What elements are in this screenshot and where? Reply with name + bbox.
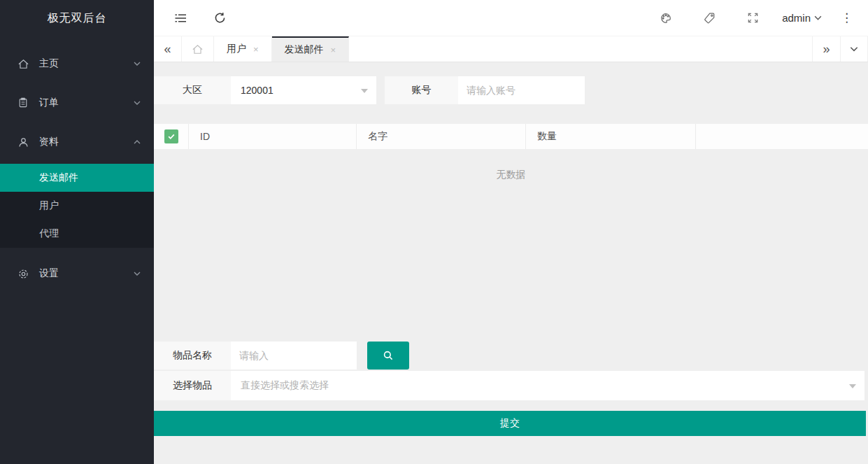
table-header-actions [696, 124, 868, 149]
item-name-label: 物品名称 [154, 342, 231, 370]
caret-down-icon [849, 384, 856, 388]
tab-label: 发送邮件 [285, 43, 324, 56]
account-input[interactable] [458, 76, 585, 104]
tabbar: « 用户 × 发送邮件 × » [154, 36, 868, 62]
home-icon [17, 57, 29, 70]
tab-users[interactable]: 用户 × [214, 36, 272, 62]
sidebar-item-users[interactable]: 用户 [0, 192, 154, 220]
sidebar-item-agents[interactable]: 代理 [0, 220, 154, 248]
item-name-input[interactable] [231, 342, 357, 370]
username: admin [782, 12, 811, 24]
caret-down-icon [361, 89, 368, 93]
tab-home[interactable] [182, 36, 214, 62]
table-header-quantity[interactable]: 数量 [526, 124, 696, 149]
sidebar-item-home[interactable]: 主页 [0, 48, 154, 80]
tabs-scroll-left-icon[interactable]: « [154, 36, 182, 62]
chevron-up-icon [133, 138, 141, 146]
sidebar-item-label: 资料 [39, 136, 133, 148]
table-empty-text: 无数据 [154, 169, 868, 181]
sidebar-item-label: 订单 [39, 97, 133, 109]
user-menu[interactable]: admin [782, 12, 823, 24]
check-icon [167, 132, 176, 141]
close-icon[interactable]: × [253, 44, 259, 55]
table-header-checkbox-cell [154, 124, 189, 149]
tab-send-mail[interactable]: 发送邮件 × [272, 36, 350, 62]
refresh-icon[interactable] [206, 4, 234, 32]
chevron-down-icon [133, 59, 141, 68]
chevron-down-icon [133, 269, 141, 278]
table-header-name[interactable]: 名字 [357, 124, 526, 149]
account-label: 账号 [385, 76, 458, 104]
app-window: 极无双后台 主页 订单 [0, 0, 868, 464]
palette-icon[interactable] [652, 4, 680, 32]
spacer [376, 76, 385, 104]
sidebar-item-profile[interactable]: 资料 [0, 126, 154, 158]
sidebar-subitem-label: 代理 [39, 227, 59, 240]
profile-icon [17, 136, 29, 148]
topbar-left [166, 4, 234, 32]
tag-icon[interactable] [695, 4, 723, 32]
region-select[interactable]: 120001 [231, 76, 376, 104]
table-header: ID 名字 数量 [154, 124, 868, 149]
chevron-down-icon [813, 13, 823, 22]
gear-icon [17, 267, 29, 280]
region-label: 大区 [154, 76, 231, 104]
search-icon [382, 349, 394, 362]
item-select-placeholder: 直接选择或搜索选择 [241, 379, 329, 392]
close-icon[interactable]: × [331, 45, 336, 55]
submit-button[interactable]: 提交 [154, 411, 866, 436]
item-select-row: 选择物品 直接选择或搜索选择 [154, 371, 865, 400]
sidebar-item-label: 主页 [39, 57, 133, 70]
sidebar-subitem-label: 发送邮件 [39, 171, 78, 184]
tab-label: 用户 [227, 43, 246, 55]
item-name-row: 物品名称 [154, 342, 357, 370]
sidebar-item-label: 设置 [39, 267, 133, 280]
sidebar-item-send-mail[interactable]: 发送邮件 [0, 164, 154, 192]
order-icon [17, 97, 29, 109]
more-icon[interactable]: ⋮ [838, 12, 855, 24]
sidebar: 极无双后台 主页 订单 [0, 0, 154, 464]
main-area: admin ⋮ « 用户 × 发送邮件 × » [154, 0, 868, 464]
sidebar-item-settings[interactable]: 设置 [0, 258, 154, 290]
home-icon [192, 43, 204, 55]
tabs-menu-icon[interactable] [840, 36, 868, 62]
filter-row: 大区 120001 账号 [154, 76, 585, 104]
fullscreen-icon[interactable] [739, 4, 767, 32]
item-select-label: 选择物品 [154, 371, 231, 400]
region-select-value: 120001 [241, 85, 273, 96]
table-header-id[interactable]: ID [189, 124, 357, 149]
tabs-scroll-right-icon[interactable]: » [812, 36, 840, 62]
item-select[interactable]: 直接选择或搜索选择 [231, 371, 865, 400]
page-send-mail: 大区 120001 账号 ID 名字 数量 [154, 62, 868, 464]
topbar-right: admin ⋮ [652, 4, 855, 32]
topbar: admin ⋮ [154, 0, 868, 36]
sidebar-nav: 主页 订单 资料 [0, 36, 154, 290]
search-button[interactable] [367, 342, 409, 370]
sidebar-submenu-profile: 发送邮件 用户 代理 [0, 164, 154, 248]
select-all-checkbox[interactable] [164, 129, 178, 143]
sidebar-subitem-label: 用户 [39, 199, 59, 212]
app-logo: 极无双后台 [0, 0, 154, 36]
sidebar-collapse-icon[interactable] [166, 4, 194, 32]
chevron-down-icon [133, 99, 141, 107]
sidebar-item-orders[interactable]: 订单 [0, 87, 154, 119]
